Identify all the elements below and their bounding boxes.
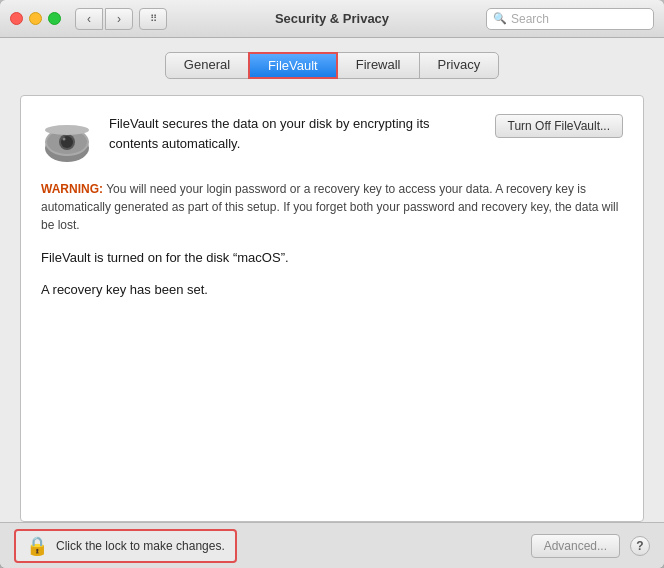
bottom-right-actions: Advanced... ? bbox=[531, 534, 650, 558]
search-placeholder: Search bbox=[511, 12, 549, 26]
help-button[interactable]: ? bbox=[630, 536, 650, 556]
search-icon: 🔍 bbox=[493, 12, 507, 25]
forward-button[interactable]: › bbox=[105, 8, 133, 30]
maximize-button[interactable] bbox=[48, 12, 61, 25]
content-area: General FileVault Firewall Privacy bbox=[0, 38, 664, 522]
tab-general[interactable]: General bbox=[165, 52, 249, 79]
tab-firewall[interactable]: Firewall bbox=[337, 52, 420, 79]
traffic-lights bbox=[10, 12, 61, 25]
advanced-button[interactable]: Advanced... bbox=[531, 534, 620, 558]
back-icon: ‹ bbox=[87, 12, 91, 26]
warning-box: WARNING: You will need your login passwo… bbox=[41, 180, 623, 234]
lock-icon: 🔒 bbox=[26, 535, 48, 557]
close-button[interactable] bbox=[10, 12, 23, 25]
svg-point-6 bbox=[45, 125, 89, 135]
window: ‹ › ⠿ Security & Privacy 🔍 Search Genera… bbox=[0, 0, 664, 568]
grid-button[interactable]: ⠿ bbox=[139, 8, 167, 30]
window-title: Security & Privacy bbox=[275, 11, 389, 26]
back-button[interactable]: ‹ bbox=[75, 8, 103, 30]
forward-icon: › bbox=[117, 12, 121, 26]
bottom-bar: 🔒 Click the lock to make changes. Advanc… bbox=[0, 522, 664, 568]
recovery-key-status: A recovery key has been set. bbox=[41, 280, 623, 300]
turn-off-filevault-button[interactable]: Turn Off FileVault... bbox=[495, 114, 623, 138]
search-box[interactable]: 🔍 Search bbox=[486, 8, 654, 30]
lock-area[interactable]: 🔒 Click the lock to make changes. bbox=[14, 529, 237, 563]
warning-text: You will need your login password or a r… bbox=[41, 182, 618, 232]
panel-header: FileVault secures the data on your disk … bbox=[41, 114, 623, 166]
lock-label: Click the lock to make changes. bbox=[56, 539, 225, 553]
header-text: FileVault secures the data on your disk … bbox=[109, 114, 479, 153]
tab-privacy[interactable]: Privacy bbox=[419, 52, 500, 79]
minimize-button[interactable] bbox=[29, 12, 42, 25]
main-panel: FileVault secures the data on your disk … bbox=[20, 95, 644, 522]
svg-point-4 bbox=[61, 136, 73, 148]
svg-point-5 bbox=[63, 138, 66, 141]
tabs: General FileVault Firewall Privacy bbox=[20, 52, 644, 79]
nav-buttons: ‹ › bbox=[75, 8, 133, 30]
filevault-status: FileVault is turned on for the disk “mac… bbox=[41, 248, 623, 268]
grid-icon: ⠿ bbox=[150, 13, 157, 24]
filevault-description: FileVault secures the data on your disk … bbox=[109, 114, 479, 153]
tab-filevault[interactable]: FileVault bbox=[248, 52, 338, 79]
warning-label: WARNING: bbox=[41, 182, 103, 196]
titlebar: ‹ › ⠿ Security & Privacy 🔍 Search bbox=[0, 0, 664, 38]
filevault-icon bbox=[41, 114, 93, 166]
